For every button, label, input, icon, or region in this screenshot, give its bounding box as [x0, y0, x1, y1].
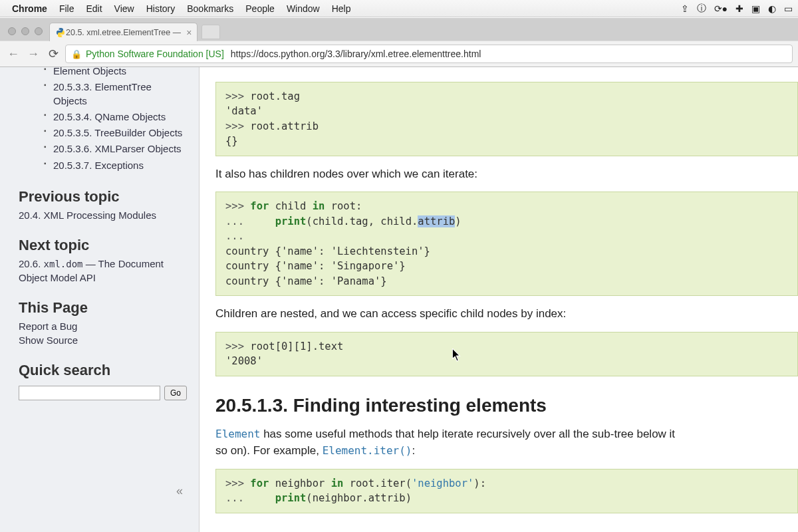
main-content: >>> root.tag 'data' >>> root.attrib {} I… [200, 67, 798, 532]
svg-point-1 [62, 35, 63, 36]
element-iter-link[interactable]: Element.iter() [323, 444, 412, 457]
menubar-view[interactable]: View [114, 3, 134, 14]
back-button[interactable]: ← [5, 46, 21, 62]
next-topic-link[interactable]: 20.6. xml.dom — The Document Object Mode… [19, 257, 187, 285]
code-block: >>> for child in root: ... print(child.t… [215, 192, 798, 296]
info-icon[interactable]: ⓘ [697, 3, 706, 15]
element-class-link[interactable]: Element [215, 428, 260, 440]
ev-cert-label: Python Software Foundation [US] [86, 49, 224, 59]
code-block: >>> root[0][1].text '2008' [215, 332, 798, 376]
paragraph: It also has children nodes over which we… [215, 166, 798, 183]
browser-toolbar: ← → ⟳ 🔒 Python Software Foundation [US] … [0, 41, 798, 67]
toc-item[interactable]: 20.5.3.5. TreeBuilder Objects [45, 125, 187, 141]
sync-icon[interactable]: ⟳● [714, 3, 728, 14]
quick-search-input[interactable] [19, 386, 160, 400]
this-page-heading: This Page [19, 299, 187, 317]
code-block: >>> root.tag 'data' >>> root.attrib {} [215, 82, 798, 156]
forward-button[interactable]: → [25, 46, 41, 62]
new-tab-button[interactable] [201, 25, 220, 39]
quick-search-heading: Quick search [19, 362, 187, 379]
mac-menubar: Chrome File Edit View History Bookmarks … [0, 0, 798, 17]
menubar-app[interactable]: Chrome [12, 3, 47, 14]
collapse-sidebar-icon[interactable]: « [176, 484, 183, 498]
battery-icon[interactable]: ▣ [751, 3, 760, 14]
tab-bar: 20.5. xml.etree.ElementTree — × [0, 18, 798, 41]
menubar-edit[interactable]: Edit [86, 3, 102, 14]
toc-item[interactable]: 20.5.3.7. Exceptions [45, 158, 187, 174]
menubar-window[interactable]: Window [287, 3, 320, 14]
paragraph: Element has some useful methods that hel… [215, 426, 798, 460]
page-body: Element Objects 20.5.3.3. ElementTree Ob… [0, 67, 798, 532]
close-window-button[interactable] [8, 27, 16, 35]
toc-item[interactable]: 20.5.3.3. ElementTree Objects [45, 79, 187, 109]
menubar-bookmarks[interactable]: Bookmarks [187, 3, 233, 14]
menubar-history[interactable]: History [146, 3, 176, 14]
quick-search-go-button[interactable]: Go [164, 386, 187, 400]
report-bug-link[interactable]: Report a Bug [19, 319, 187, 333]
menubar-file[interactable]: File [59, 3, 74, 14]
section-heading: 20.5.1.3. Finding interesting elements [215, 395, 798, 416]
previous-topic-link[interactable]: 20.4. XML Processing Modules [19, 208, 187, 222]
display-icon[interactable]: ▭ [784, 3, 793, 14]
plus-icon[interactable]: ✚ [735, 3, 743, 14]
zoom-window-button[interactable] [35, 27, 43, 35]
url-text: https://docs.python.org/3.3/library/xml.… [231, 49, 481, 59]
window-controls [8, 27, 43, 35]
browser-tab[interactable]: 20.5. xml.etree.ElementTree — × [49, 23, 198, 41]
toc-item[interactable]: Element Objects [45, 67, 187, 79]
menubar-people[interactable]: People [245, 3, 275, 14]
toc-item[interactable]: 20.5.3.4. QName Objects [45, 109, 187, 125]
clock-icon[interactable]: ◐ [768, 3, 776, 14]
toc-item[interactable]: 20.5.3.6. XMLParser Objects [45, 141, 187, 157]
menubar-help[interactable]: Help [332, 3, 351, 14]
dropbox-icon[interactable]: ⇪ [681, 3, 689, 14]
browser-window: 20.5. xml.etree.ElementTree — × ← → ⟳ 🔒 … [0, 17, 798, 532]
code-block: >>> for neighbor in root.iter('neighbor'… [215, 469, 798, 513]
tab-title: 20.5. xml.etree.ElementTree — [66, 28, 181, 37]
reload-button[interactable]: ⟳ [45, 46, 61, 62]
svg-point-0 [59, 29, 59, 29]
minimize-window-button[interactable] [21, 27, 29, 35]
close-tab-icon[interactable]: × [186, 27, 192, 38]
paragraph: Children are nested, and we can access s… [215, 305, 798, 323]
lock-icon: 🔒 [71, 49, 82, 59]
next-topic-heading: Next topic [19, 237, 187, 254]
address-bar[interactable]: 🔒 Python Software Foundation [US] https:… [65, 45, 793, 63]
previous-topic-heading: Previous topic [19, 188, 187, 205]
python-favicon-icon [55, 27, 66, 38]
sidebar: Element Objects 20.5.3.3. ElementTree Ob… [0, 67, 200, 532]
show-source-link[interactable]: Show Source [19, 333, 187, 347]
